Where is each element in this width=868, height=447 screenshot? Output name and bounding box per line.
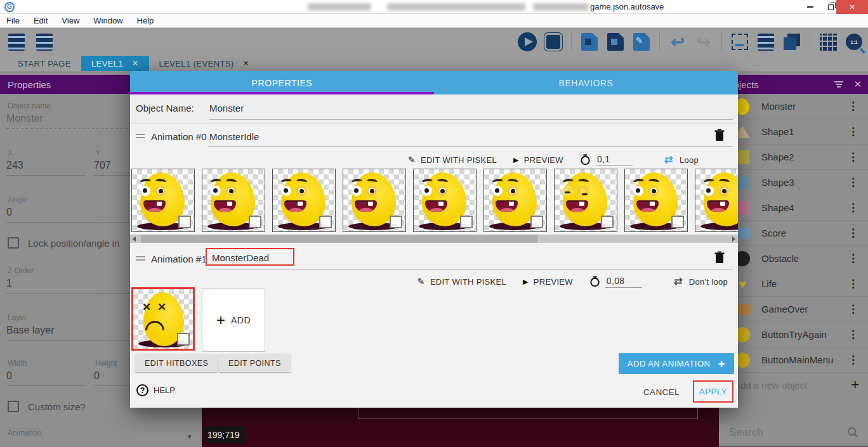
- frame-thumbnail-normal[interactable]: [202, 169, 265, 232]
- menu-view[interactable]: View: [62, 16, 79, 25]
- play-icon[interactable]: [517, 32, 537, 52]
- loop-toggle[interactable]: Don't loop: [673, 277, 728, 287]
- object-row-obstacle[interactable]: Obstacle⋮: [719, 246, 868, 271]
- deselect-instances-icon[interactable]: [730, 32, 750, 52]
- scrollbar-thumb[interactable]: [141, 235, 538, 243]
- frame-thumbnail-normal[interactable]: [413, 169, 477, 232]
- object-menu-icon[interactable]: ⋮: [848, 302, 859, 316]
- object-row-buttontryagain[interactable]: ButtonTryAgain⋮: [719, 322, 868, 347]
- frame-checkbox[interactable]: [390, 216, 402, 228]
- object-row-score[interactable]: Score⋮: [719, 221, 868, 246]
- frame-checkbox[interactable]: [530, 216, 543, 228]
- delete-animation-0-icon[interactable]: [714, 129, 725, 141]
- dialog-tab-properties[interactable]: PROPERTIES: [130, 71, 434, 94]
- object-row-gameover[interactable]: GameOver⋮: [719, 297, 868, 322]
- add-frame-button[interactable]: +ADD: [202, 288, 265, 352]
- edit-with-piskel-button[interactable]: ✎EDIT WITH PISKEL: [408, 155, 497, 165]
- start-scene-icon[interactable]: [34, 32, 55, 52]
- object-menu-icon[interactable]: ⋮: [848, 252, 859, 265]
- drag-handle-icon[interactable]: [136, 134, 145, 138]
- frame-thumbnail-normal[interactable]: [695, 169, 738, 232]
- object-row-monster[interactable]: Monster⋮: [719, 94, 868, 119]
- tab-close-icon[interactable]: ✕: [243, 59, 249, 68]
- instances-list-icon[interactable]: [756, 32, 776, 52]
- lock-position-checkbox[interactable]: [8, 237, 19, 249]
- object-menu-icon[interactable]: ⋮: [848, 100, 859, 113]
- object-row-shape3[interactable]: Shape3⋮: [719, 170, 868, 195]
- delete-animation-1-icon[interactable]: [714, 251, 725, 264]
- frame-checkbox[interactable]: [671, 216, 684, 228]
- objects-search-input[interactable]: Search: [729, 426, 763, 439]
- time-between-frames-input[interactable]: 0,08: [605, 276, 642, 288]
- object-row-shape1[interactable]: Shape1⋮: [719, 119, 868, 145]
- frame-thumbnail-normal[interactable]: [272, 169, 336, 232]
- tab-close-icon[interactable]: ✕: [132, 59, 138, 68]
- menu-edit[interactable]: Edit: [34, 16, 48, 25]
- menu-file[interactable]: File: [6, 16, 20, 25]
- frame-checkbox[interactable]: [319, 216, 332, 228]
- tab-start-page[interactable]: START PAGE: [8, 56, 81, 71]
- loop-toggle[interactable]: Loop: [663, 155, 699, 165]
- time-between-frames-input[interactable]: 0,1: [596, 154, 633, 166]
- object-menu-icon[interactable]: ⋮: [848, 125, 859, 138]
- frame-checkbox[interactable]: [601, 216, 614, 228]
- debug-icon[interactable]: [543, 32, 563, 52]
- help-button[interactable]: ? HELP: [136, 384, 175, 396]
- menu-window[interactable]: Window: [93, 16, 122, 25]
- object-menu-icon[interactable]: ⋮: [848, 150, 859, 164]
- redo-icon[interactable]: ↪: [694, 32, 714, 52]
- frame-thumbnail-normal[interactable]: [483, 169, 547, 232]
- filter-icon[interactable]: [833, 81, 845, 88]
- tab-level1-events-[interactable]: LEVEL1 (EVENTS)✕: [149, 56, 260, 71]
- animation-1-name-input[interactable]: MonsterDead: [212, 252, 269, 263]
- undo-icon[interactable]: ↩: [667, 32, 688, 52]
- edit-object-icon[interactable]: ✎: [631, 32, 652, 52]
- object-menu-icon[interactable]: ⋮: [848, 201, 859, 214]
- edit-points-button[interactable]: EDIT POINTS: [219, 354, 291, 372]
- animation-0-name-input[interactable]: MonsterIdle: [209, 131, 259, 142]
- frame-checkbox[interactable]: [460, 216, 473, 228]
- edit-hitboxes-button[interactable]: EDIT HITBOXES: [135, 354, 218, 372]
- minimize-button[interactable]: [801, 0, 820, 14]
- frame-thumbnail-normal[interactable]: [131, 169, 195, 232]
- menu-help[interactable]: Help: [137, 16, 154, 25]
- add-an-animation-button[interactable]: ADD AN ANIMATION+: [619, 353, 734, 374]
- frame-checkbox[interactable]: [177, 333, 190, 346]
- width-field[interactable]: 0: [6, 370, 86, 386]
- object-menu-icon[interactable]: ⋮: [848, 226, 859, 240]
- dialog-object-name-input[interactable]: Monster: [209, 103, 733, 120]
- scroll-right-icon[interactable]: [732, 236, 735, 242]
- object-menu-icon[interactable]: ⋮: [848, 176, 859, 189]
- frame-thumbnail-dead[interactable]: ✕✕: [131, 287, 195, 351]
- add-object-group-icon[interactable]: [605, 32, 626, 52]
- add-object-icon[interactable]: [579, 32, 600, 52]
- dialog-tab-behaviors[interactable]: BEHAVIORS: [434, 71, 738, 94]
- object-row-buttonmainmenu[interactable]: ButtonMainMenu⋮: [719, 347, 868, 373]
- project-manager-icon[interactable]: [6, 32, 27, 52]
- frame-thumbnail-normal[interactable]: [343, 169, 406, 232]
- grid-icon[interactable]: [818, 32, 838, 52]
- frames-scrollbar[interactable]: [130, 235, 738, 243]
- object-menu-icon[interactable]: ⋮: [848, 353, 859, 366]
- x-field[interactable]: 243: [6, 160, 86, 176]
- add-new-object-row[interactable]: Add a new object +: [719, 373, 868, 397]
- zoom-1-1-icon[interactable]: 1:1: [844, 32, 864, 52]
- object-row-shape4[interactable]: Shape4⋮: [719, 195, 868, 221]
- layers-icon[interactable]: [782, 32, 802, 52]
- objects-panel-close-icon[interactable]: ✕: [853, 79, 862, 90]
- object-row-shape2[interactable]: Shape2⋮: [719, 145, 868, 170]
- tab-level1[interactable]: LEVEL1✕: [81, 56, 149, 71]
- custom-size-checkbox[interactable]: [8, 401, 19, 412]
- animation-dropdown-icon[interactable]: ▾: [188, 432, 192, 441]
- frame-thumbnail-normal[interactable]: [624, 169, 688, 232]
- object-menu-icon[interactable]: ⋮: [848, 277, 859, 290]
- drag-handle-icon[interactable]: [136, 256, 145, 261]
- frame-checkbox[interactable]: [249, 216, 261, 228]
- object-row-life[interactable]: ♥Life⋮: [719, 271, 868, 297]
- close-button[interactable]: ✕: [836, 0, 868, 14]
- scroll-left-icon[interactable]: [133, 236, 136, 242]
- cancel-button[interactable]: CANCEL: [643, 387, 680, 397]
- edit-with-piskel-button[interactable]: ✎EDIT WITH PISKEL: [418, 276, 506, 287]
- preview-button[interactable]: ▶PREVIEW: [513, 155, 563, 165]
- frame-checkbox[interactable]: [178, 216, 191, 228]
